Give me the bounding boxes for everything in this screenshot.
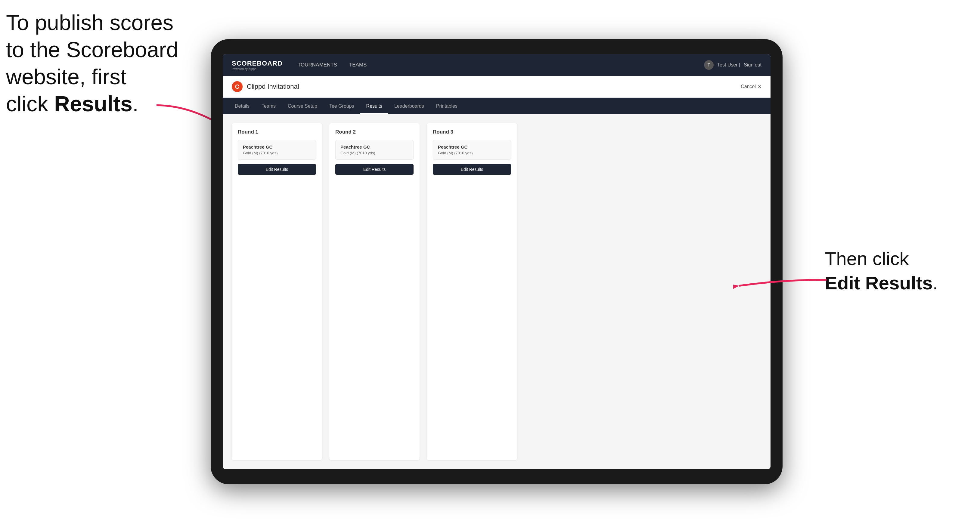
round-3-title: Round 3 (433, 129, 511, 135)
tab-course-setup[interactable]: Course Setup (282, 99, 323, 114)
top-navigation: SCOREBOARD Powered by clippd TOURNAMENTS… (223, 54, 770, 76)
round-3-card: Round 3 Peachtree GC Gold (M) (7010 yds)… (427, 123, 517, 460)
round-1-course-info: Peachtree GC Gold (M) (7010 yds) (238, 140, 316, 160)
round-2-edit-results-button[interactable]: Edit Results (335, 164, 414, 175)
avatar: T (704, 60, 714, 70)
tablet-device: SCOREBOARD Powered by clippd TOURNAMENTS… (211, 39, 783, 484)
round-1-course-name: Peachtree GC (243, 144, 311, 149)
tablet-screen: SCOREBOARD Powered by clippd TOURNAMENTS… (223, 54, 770, 469)
user-area: T Test User | Sign out (704, 60, 762, 70)
round-1-card: Round 1 Peachtree GC Gold (M) (7010 yds)… (232, 123, 322, 460)
tournament-icon: C (232, 81, 243, 92)
tab-details[interactable]: Details (229, 99, 256, 114)
user-name: Test User | (717, 62, 740, 68)
cancel-button[interactable]: Cancel ✕ (741, 84, 762, 90)
tab-tee-groups[interactable]: Tee Groups (323, 99, 360, 114)
tab-teams[interactable]: Teams (256, 99, 282, 114)
round-1-title: Round 1 (238, 129, 316, 135)
logo-text: SCOREBOARD (232, 60, 283, 67)
round-1-edit-results-button[interactable]: Edit Results (238, 164, 316, 175)
nav-tournaments[interactable]: TOURNAMENTS (298, 60, 337, 70)
tab-printables[interactable]: Printables (430, 99, 463, 114)
round-2-course-details: Gold (M) (7010 yds) (340, 151, 409, 155)
tab-bar: Details Teams Course Setup Tee Groups Re… (223, 98, 770, 114)
close-icon: ✕ (757, 84, 762, 90)
sign-out-link[interactable]: Sign out (744, 62, 762, 68)
nav-teams[interactable]: TEAMS (349, 60, 367, 70)
tab-results[interactable]: Results (360, 99, 388, 114)
round-2-card: Round 2 Peachtree GC Gold (M) (7010 yds)… (329, 123, 420, 460)
round-2-course-info: Peachtree GC Gold (M) (7010 yds) (335, 140, 414, 160)
round-2-course-name: Peachtree GC (340, 144, 409, 149)
instruction-right: Then click Edit Results. (825, 247, 938, 295)
logo-area: SCOREBOARD Powered by clippd (232, 60, 283, 71)
tournament-title: Clippd Invitational (247, 83, 299, 90)
tab-leaderboards[interactable]: Leaderboards (388, 99, 430, 114)
arrow-right-icon (733, 262, 829, 301)
content-area: Round 1 Peachtree GC Gold (M) (7010 yds)… (223, 114, 770, 469)
logo-tagline: Powered by clippd (232, 67, 283, 71)
round-3-course-details: Gold (M) (7010 yds) (438, 151, 506, 155)
round-3-course-info: Peachtree GC Gold (M) (7010 yds) (433, 140, 511, 160)
round-3-edit-results-button[interactable]: Edit Results (433, 164, 511, 175)
round-2-title: Round 2 (335, 129, 414, 135)
tournament-header: C Clippd Invitational Cancel ✕ (223, 76, 770, 98)
round-3-course-name: Peachtree GC (438, 144, 506, 149)
nav-links: TOURNAMENTS TEAMS (298, 60, 704, 70)
round-1-course-details: Gold (M) (7010 yds) (243, 151, 311, 155)
tournament-title-area: C Clippd Invitational (232, 81, 299, 92)
